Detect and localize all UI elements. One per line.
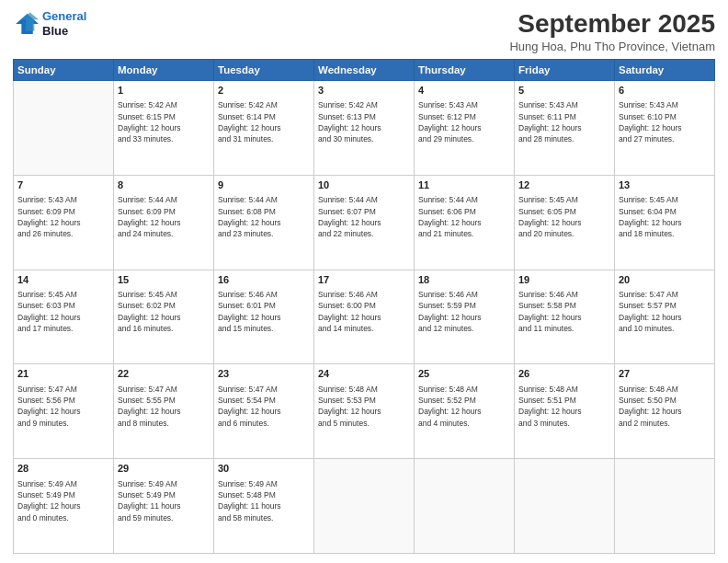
weekday-header: Tuesday [214,60,314,81]
day-number: 11 [418,178,510,192]
day-info: Sunrise: 5:44 AM Sunset: 6:08 PM Dayligh… [218,194,310,239]
calendar-cell: 17Sunrise: 5:46 AM Sunset: 6:00 PM Dayli… [314,270,415,364]
calendar-cell: 2Sunrise: 5:42 AM Sunset: 6:14 PM Daylig… [214,81,314,176]
logo-line2: Blue [42,24,86,39]
calendar-cell: 21Sunrise: 5:47 AM Sunset: 5:56 PM Dayli… [14,364,114,459]
day-info: Sunrise: 5:44 AM Sunset: 6:09 PM Dayligh… [118,194,210,239]
title-section: September 2025 Hung Hoa, Phu Tho Provinc… [509,9,715,53]
day-info: Sunrise: 5:45 AM Sunset: 6:04 PM Dayligh… [619,194,711,239]
day-info: Sunrise: 5:46 AM Sunset: 6:00 PM Dayligh… [318,289,410,334]
calendar-cell: 3Sunrise: 5:42 AM Sunset: 6:13 PM Daylig… [314,81,415,176]
day-number: 1 [118,84,210,98]
day-info: Sunrise: 5:48 AM Sunset: 5:50 PM Dayligh… [619,384,711,429]
calendar-cell: 13Sunrise: 5:45 AM Sunset: 6:04 PM Dayli… [615,175,715,270]
day-number: 21 [17,367,109,381]
logo-line1: General [42,9,86,23]
calendar-cell: 19Sunrise: 5:46 AM Sunset: 5:58 PM Dayli… [515,270,615,364]
day-number: 24 [318,367,410,381]
day-number: 22 [118,367,210,381]
calendar-cell: 6Sunrise: 5:43 AM Sunset: 6:10 PM Daylig… [615,81,715,176]
day-info: Sunrise: 5:42 AM Sunset: 6:13 PM Dayligh… [318,99,410,144]
calendar-cell: 20Sunrise: 5:47 AM Sunset: 5:57 PM Dayli… [615,270,715,364]
weekday-header: Sunday [14,60,114,81]
day-info: Sunrise: 5:46 AM Sunset: 6:01 PM Dayligh… [218,289,310,334]
day-number: 6 [619,84,711,98]
calendar-cell: 7Sunrise: 5:43 AM Sunset: 6:09 PM Daylig… [14,175,114,270]
location: Hung Hoa, Phu Tho Province, Vietnam [509,40,715,53]
day-info: Sunrise: 5:49 AM Sunset: 5:48 PM Dayligh… [218,478,310,523]
calendar-cell: 25Sunrise: 5:48 AM Sunset: 5:52 PM Dayli… [415,364,515,459]
day-number: 17 [318,273,410,287]
day-info: Sunrise: 5:43 AM Sunset: 6:11 PM Dayligh… [518,99,610,144]
day-info: Sunrise: 5:45 AM Sunset: 6:05 PM Dayligh… [518,194,610,239]
day-info: Sunrise: 5:48 AM Sunset: 5:51 PM Dayligh… [518,384,610,429]
calendar-cell [14,81,114,176]
day-number: 14 [17,273,109,287]
logo-icon [13,11,39,37]
day-number: 4 [418,84,510,98]
day-info: Sunrise: 5:45 AM Sunset: 6:03 PM Dayligh… [17,289,109,334]
calendar-week-row: 14Sunrise: 5:45 AM Sunset: 6:03 PM Dayli… [14,270,715,364]
calendar-cell: 16Sunrise: 5:46 AM Sunset: 6:01 PM Dayli… [214,270,314,364]
logo-text: General Blue [42,9,86,38]
page: General Blue September 2025 Hung Hoa, Ph… [0,0,728,563]
day-number: 19 [518,273,610,287]
day-info: Sunrise: 5:42 AM Sunset: 6:14 PM Dayligh… [218,99,310,144]
day-info: Sunrise: 5:44 AM Sunset: 6:07 PM Dayligh… [318,194,410,239]
calendar-week-row: 21Sunrise: 5:47 AM Sunset: 5:56 PM Dayli… [14,364,715,459]
calendar-cell: 27Sunrise: 5:48 AM Sunset: 5:50 PM Dayli… [615,364,715,459]
calendar-cell: 12Sunrise: 5:45 AM Sunset: 6:05 PM Dayli… [515,175,615,270]
weekday-header: Wednesday [314,60,415,81]
day-info: Sunrise: 5:48 AM Sunset: 5:53 PM Dayligh… [318,384,410,429]
logo: General Blue [13,9,86,38]
header: General Blue September 2025 Hung Hoa, Ph… [13,9,715,53]
day-info: Sunrise: 5:43 AM Sunset: 6:09 PM Dayligh… [17,194,109,239]
calendar-cell: 11Sunrise: 5:44 AM Sunset: 6:06 PM Dayli… [415,175,515,270]
calendar-cell [515,459,615,554]
day-number: 15 [118,273,210,287]
day-info: Sunrise: 5:46 AM Sunset: 5:58 PM Dayligh… [518,289,610,334]
day-number: 16 [218,273,310,287]
calendar-cell: 14Sunrise: 5:45 AM Sunset: 6:03 PM Dayli… [14,270,114,364]
weekday-header: Thursday [415,60,515,81]
month-title: September 2025 [509,9,715,39]
day-number: 30 [218,462,310,476]
calendar-cell [314,459,415,554]
day-number: 10 [318,178,410,192]
day-number: 5 [518,84,610,98]
day-info: Sunrise: 5:48 AM Sunset: 5:52 PM Dayligh… [418,384,510,429]
day-number: 2 [218,84,310,98]
day-number: 18 [418,273,510,287]
day-info: Sunrise: 5:47 AM Sunset: 5:56 PM Dayligh… [17,384,109,429]
calendar-cell: 4Sunrise: 5:43 AM Sunset: 6:12 PM Daylig… [415,81,515,176]
day-number: 3 [318,84,410,98]
weekday-header: Monday [114,60,214,81]
day-number: 29 [118,462,210,476]
calendar-header-row: SundayMondayTuesdayWednesdayThursdayFrid… [14,60,715,81]
day-number: 9 [218,178,310,192]
calendar-cell: 8Sunrise: 5:44 AM Sunset: 6:09 PM Daylig… [114,175,214,270]
day-info: Sunrise: 5:42 AM Sunset: 6:15 PM Dayligh… [118,99,210,144]
calendar-cell: 24Sunrise: 5:48 AM Sunset: 5:53 PM Dayli… [314,364,415,459]
day-info: Sunrise: 5:43 AM Sunset: 6:12 PM Dayligh… [418,99,510,144]
calendar-cell: 9Sunrise: 5:44 AM Sunset: 6:08 PM Daylig… [214,175,314,270]
calendar-cell: 26Sunrise: 5:48 AM Sunset: 5:51 PM Dayli… [515,364,615,459]
day-info: Sunrise: 5:46 AM Sunset: 5:59 PM Dayligh… [418,289,510,334]
day-number: 23 [218,367,310,381]
weekday-header: Friday [515,60,615,81]
day-number: 7 [17,178,109,192]
day-number: 8 [118,178,210,192]
calendar-week-row: 1Sunrise: 5:42 AM Sunset: 6:15 PM Daylig… [14,81,715,176]
day-number: 26 [518,367,610,381]
day-number: 27 [619,367,711,381]
calendar-cell: 1Sunrise: 5:42 AM Sunset: 6:15 PM Daylig… [114,81,214,176]
calendar-cell: 18Sunrise: 5:46 AM Sunset: 5:59 PM Dayli… [415,270,515,364]
day-info: Sunrise: 5:44 AM Sunset: 6:06 PM Dayligh… [418,194,510,239]
day-number: 25 [418,367,510,381]
weekday-header: Saturday [615,60,715,81]
day-info: Sunrise: 5:47 AM Sunset: 5:54 PM Dayligh… [218,384,310,429]
calendar-week-row: 7Sunrise: 5:43 AM Sunset: 6:09 PM Daylig… [14,175,715,270]
day-info: Sunrise: 5:49 AM Sunset: 5:49 PM Dayligh… [17,478,109,523]
day-number: 13 [619,178,711,192]
calendar-cell: 22Sunrise: 5:47 AM Sunset: 5:55 PM Dayli… [114,364,214,459]
